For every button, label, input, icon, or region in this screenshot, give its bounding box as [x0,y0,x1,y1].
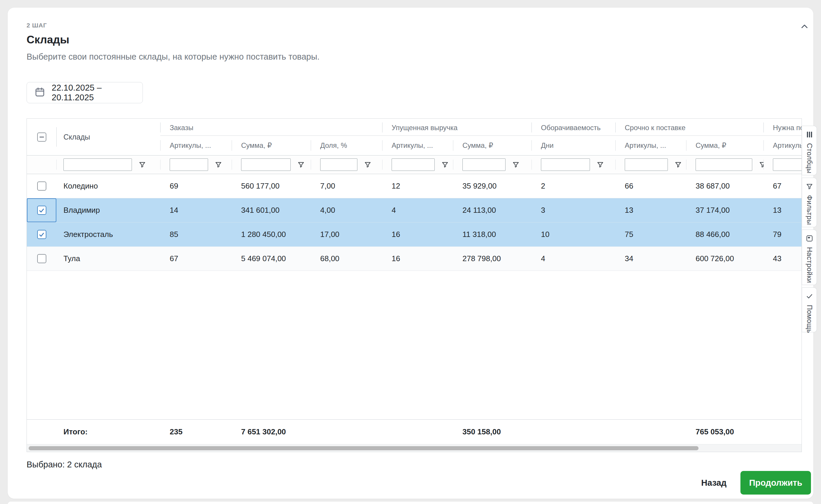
step-panel: 2 ШАГ Склады Выберите свои постоянные ск… [8,8,813,499]
tab-help[interactable]: Помощь [802,287,817,332]
table-empty-area [27,271,802,419]
warehouses-table: Склады Заказы Упущенная выручка Оборачив… [27,118,802,452]
cell-value: 4,00 [311,198,382,222]
col-urgent-articles[interactable]: Артикулы, ... [615,136,686,155]
funnel-icon[interactable] [138,161,146,168]
cell-value: 68,00 [311,247,382,271]
table-row-elektrostal[interactable]: Электросталь 85 1 280 450,00 17,00 16 11… [27,222,802,247]
tab-filters[interactable]: Фильтры [802,178,817,227]
row-checkbox[interactable] [37,254,46,263]
filter-input-need-articles[interactable] [773,158,802,171]
cell-value: 13 [615,198,686,222]
horizontal-scrollbar-thumb[interactable] [29,446,699,450]
cell-value: 4 [531,247,615,271]
filter-input-urgent-articles[interactable] [625,158,668,171]
row-checkbox[interactable] [37,206,46,215]
table-row-vladimir[interactable]: Владимир 14 341 601,00 4,00 4 24 113,00 … [27,198,802,222]
warehouse-name: Коледино [56,174,160,198]
table-row-tula[interactable]: Тула 67 5 469 074,00 68,00 16 278 798,00… [27,247,802,271]
col-need-articles[interactable]: Артикулы, ... [763,136,802,155]
check-icon [38,231,45,238]
group-urgent-supply: Срочно к поставке [615,119,763,135]
tab-settings[interactable]: Настройки [802,230,817,285]
funnel-icon[interactable] [215,161,222,168]
funnel-icon[interactable] [512,161,520,168]
group-header-row: Заказы Упущенная выручка Оборачиваемость… [160,119,802,136]
cell-value: 38 687,00 [686,174,763,198]
collapse-button[interactable] [797,21,812,34]
filter-input-lost-sum[interactable] [462,158,506,171]
select-all-checkbox[interactable] [37,132,46,142]
cell-value: 37 174,00 [686,198,763,222]
totals-row: Итого: 235 7 651 302,00 350 158,00 765 0… [27,419,802,444]
page-subtitle: Выберите свои постоянные склады, на кото… [27,52,320,62]
col-orders-share[interactable]: Доля, % [311,136,382,155]
col-lost-articles[interactable]: Артикулы, ... [382,136,453,155]
cell-value: 79 [763,222,802,246]
cell-value: 600 726,00 [686,247,763,271]
totals-value [763,420,802,444]
date-range-value: 22.10.2025 – 20.11.2025 [52,83,135,102]
row-checkbox[interactable] [37,230,46,239]
cell-value: 12 [382,174,453,198]
filter-input-orders-sum[interactable] [241,158,291,171]
funnel-icon[interactable] [674,161,682,168]
totals-value: 350 158,00 [453,420,531,444]
cell-value: 24 113,00 [453,198,531,222]
totals-value: 765 053,00 [686,420,763,444]
filter-input-orders-share[interactable] [320,158,357,171]
filter-input-turnover-days[interactable] [541,158,590,171]
cell-value: 85 [160,222,232,246]
table-side-tabs: Столбцы Фильтры Настройки Помощь [802,126,817,332]
funnel-icon[interactable] [441,161,449,168]
filter-input-lost-articles[interactable] [392,158,435,171]
filter-input-warehouse[interactable] [63,158,132,171]
cell-value: 34 [615,247,686,271]
warehouse-name: Тула [56,247,160,271]
cell-value: 3 [531,198,615,222]
cell-value: 16 [382,247,453,271]
col-lost-sum[interactable]: Сумма, ₽ [453,136,531,155]
next-step-panel-edge [8,502,813,504]
continue-button[interactable]: Продолжить [740,471,811,495]
table-row-koledino[interactable]: Коледино 69 560 177,00 7,00 12 35 929,00… [27,174,802,198]
col-orders-sum[interactable]: Сумма, ₽ [232,136,311,155]
back-button[interactable]: Назад [696,475,732,490]
cell-value: 66 [615,174,686,198]
funnel-icon[interactable] [596,161,604,168]
date-range-button[interactable]: 22.10.2025 – 20.11.2025 [27,82,143,103]
cell-value: 10 [531,222,615,246]
col-turnover-days[interactable]: Дни [531,136,615,155]
table-header: Склады Заказы Упущенная выручка Оборачив… [27,119,802,155]
column-header-row: Артикулы, ... Сумма, ₽ Доля, % Артикулы,… [160,136,802,155]
warehouse-name: Электросталь [56,222,160,246]
filter-row [27,155,802,174]
step-label: 2 ШАГ [27,22,47,29]
funnel-icon[interactable] [364,161,372,168]
totals-value [382,420,453,444]
cell-value: 4 [382,198,453,222]
select-all-cell [27,132,56,142]
page-title: Склады [27,34,69,46]
horizontal-scrollbar[interactable] [27,444,802,452]
chevron-up-icon [800,22,809,32]
col-orders-articles[interactable]: Артикулы, ... [160,136,232,155]
row-checkbox[interactable] [37,181,46,191]
funnel-icon [806,183,813,192]
warehouse-column-header[interactable]: Склады [56,119,160,155]
calendar-icon [35,87,45,99]
filter-input-orders-articles[interactable] [170,158,208,171]
col-urgent-sum[interactable]: Сумма, ₽ [686,136,763,155]
totals-value: 7 651 302,00 [232,420,311,444]
tab-columns[interactable]: Столбцы [802,126,817,175]
funnel-icon[interactable] [297,161,305,168]
warehouse-name: Владимир [56,198,160,222]
cell-value: 278 798,00 [453,247,531,271]
filter-input-urgent-sum[interactable] [696,158,752,171]
group-lost-revenue: Упущенная выручка [382,119,531,135]
funnel-icon[interactable] [759,161,763,168]
columns-icon [806,131,813,140]
cell-value: 11 318,00 [453,222,531,246]
group-orders: Заказы [160,119,382,135]
tab-label: Столбцы [805,143,814,174]
